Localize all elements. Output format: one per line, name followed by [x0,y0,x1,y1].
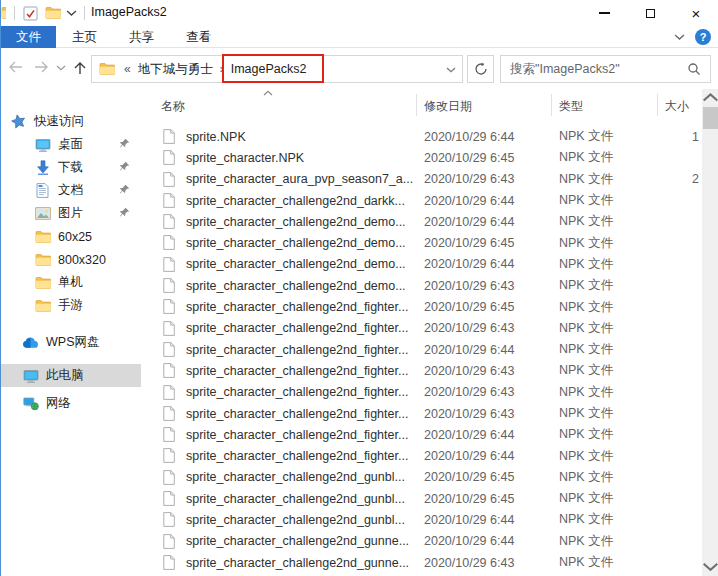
close-button[interactable]: × [673,0,718,26]
file-name[interactable]: sprite_character.NPK [186,151,304,165]
sidebar-item-桌面[interactable]: 桌面 [1,133,141,156]
file-row[interactable]: sprite_character_challenge2nd_fighter...… [141,445,702,466]
file-row[interactable]: sprite_character_challenge2nd_fighter...… [141,382,702,403]
file-name[interactable]: sprite_character_challenge2nd_fighter... [186,428,408,442]
column-header-date-modified[interactable]: 修改日期 [424,98,472,115]
sidebar-item-网络[interactable]: 网络 [1,392,141,415]
file-row[interactable]: sprite_character_challenge2nd_fighter...… [141,296,702,317]
file-name[interactable]: sprite_character_challenge2nd_demo... [186,257,406,271]
sidebar-item-label: 此电脑 [46,367,84,384]
sidebar-item-文档[interactable]: 文档 [1,179,141,202]
customize-qat-chevron-down-icon[interactable] [66,10,77,17]
file-row[interactable]: sprite_character_challenge2nd_fighter...… [141,403,702,424]
breadcrumb-root-chevron[interactable]: « [121,62,134,76]
properties-check-icon[interactable] [23,6,39,21]
expand-ribbon-chevron-down-icon[interactable] [674,34,685,41]
file-row[interactable]: sprite_character_challenge2nd_fighter...… [141,360,702,381]
forward-button[interactable] [33,60,50,74]
file-row[interactable]: sprite_character_challenge2nd_gunbl...20… [141,488,702,509]
minimize-button[interactable] [581,0,627,26]
column-header-name[interactable]: 名称 [161,98,185,115]
sidebar-item-800x320[interactable]: 800x320 [1,248,141,271]
file-name[interactable]: sprite_character_challenge2nd_fighter... [186,449,408,463]
sidebar-item-label: 60x25 [58,230,92,244]
sidebar-item-图片[interactable]: 图片 [1,202,141,225]
file-name[interactable]: sprite_character_challenge2nd_fighter... [186,321,408,335]
breadcrumb-current[interactable]: ImagePacks2 [227,62,311,76]
ribbon-tab-文件[interactable]: 文件 [1,26,56,48]
star-icon [10,114,27,130]
file-name[interactable]: sprite_character_challenge2nd_fighter... [186,300,408,314]
refresh-button[interactable] [467,55,494,83]
file-name[interactable]: sprite_character_challenge2nd_demo... [186,236,406,250]
npk-file-icon [163,235,175,250]
npk-file-icon [163,129,175,144]
file-row[interactable]: sprite_character_challenge2nd_gunne...20… [141,552,702,573]
file-row[interactable]: sprite_character_challenge2nd_demo...202… [141,232,702,253]
address-bar[interactable]: « 地下城与勇士 › ImagePacks2 [91,55,463,83]
sidebar-item-下载[interactable]: 下载 [1,156,141,179]
column-header-size[interactable]: 大小 [665,98,689,115]
sidebar-item-60x25[interactable]: 60x25 [1,225,141,248]
file-name[interactable]: sprite_character_challenge2nd_fighter... [186,385,408,399]
npk-file-icon [163,427,175,442]
ribbon-tab-主页[interactable]: 主页 [56,26,113,48]
sidebar-item-此电脑[interactable]: 此电脑 [1,364,141,387]
scrollbar-thumb[interactable] [703,107,718,129]
ribbon-tab-共享[interactable]: 共享 [113,26,170,48]
up-button[interactable] [73,60,87,76]
file-name[interactable]: sprite_character_challenge2nd_gunne... [186,556,409,570]
ribbon-tab-查看[interactable]: 查看 [170,26,227,48]
recent-locations-chevron-down-icon[interactable] [56,65,66,71]
file-name[interactable]: sprite_character_challenge2nd_gunbl... [186,513,405,527]
file-row[interactable]: sprite_character_aura_pvp_season7_a...20… [141,169,702,190]
search-icon[interactable] [687,62,701,76]
column-header-type[interactable]: 类型 [559,98,583,115]
vertical-scrollbar[interactable] [702,89,718,576]
column-divider[interactable] [551,94,552,116]
search-input[interactable] [501,62,687,76]
file-date-modified: 2020/10/29 6:43 [424,556,514,570]
file-row[interactable]: sprite_character_challenge2nd_demo...202… [141,211,702,232]
sidebar-item-WPS网盘[interactable]: WPS网盘 [1,331,141,354]
file-row[interactable]: sprite_character_challenge2nd_darkk...20… [141,190,702,211]
file-row[interactable]: sprite_character_challenge2nd_gunne...20… [141,531,702,552]
file-row[interactable]: sprite_character_challenge2nd_fighter...… [141,318,702,339]
file-row[interactable]: sprite_character_challenge2nd_fighter...… [141,339,702,360]
file-name[interactable]: sprite_character_challenge2nd_darkk... [186,194,405,208]
file-name[interactable]: sprite_character_challenge2nd_demo... [186,215,406,229]
divider [14,6,15,20]
file-row[interactable]: sprite.NPK2020/10/29 6:44NPK 文件1 [141,126,702,147]
file-name[interactable]: sprite_character_challenge2nd_gunbl... [186,492,405,506]
column-divider[interactable] [657,94,658,116]
address-dropdown-chevron-down-icon[interactable] [446,67,456,73]
file-name[interactable]: sprite_character_challenge2nd_fighter... [186,407,408,421]
file-name[interactable]: sprite_character_challenge2nd_gunbl... [186,470,405,484]
help-button[interactable]: ? [695,29,711,45]
new-folder-icon[interactable] [45,6,61,21]
sidebar-item-手游[interactable]: 手游 [1,294,141,317]
column-divider[interactable] [416,94,417,116]
sidebar-item-快速访问[interactable]: 快速访问 [1,110,141,133]
maximize-button[interactable] [627,0,673,26]
scroll-up-arrow-icon[interactable] [702,89,718,106]
file-row[interactable]: sprite_character_challenge2nd_gunbl...20… [141,467,702,488]
back-button[interactable] [7,60,24,74]
file-row[interactable]: sprite_character_challenge2nd_demo...202… [141,275,702,296]
file-name[interactable]: sprite.NPK [186,130,246,144]
file-name[interactable]: sprite_character_aura_pvp_season7_a... [186,172,413,186]
file-type: NPK 文件 [559,128,613,145]
file-row[interactable]: sprite_character_challenge2nd_fighter...… [141,424,702,445]
sidebar-item-单机[interactable]: 单机 [1,271,141,294]
file-name[interactable]: sprite_character_challenge2nd_fighter... [186,364,408,378]
breadcrumb-parent[interactable]: 地下城与勇士 [134,61,217,78]
pin-icon [119,161,131,173]
file-row[interactable]: sprite_character_challenge2nd_gunbl...20… [141,509,702,530]
file-row[interactable]: sprite_character_challenge2nd_demo...202… [141,254,702,275]
file-name[interactable]: sprite_character_challenge2nd_gunne... [186,534,409,548]
breadcrumb-separator[interactable]: › [217,62,227,76]
scroll-down-arrow-icon[interactable] [702,559,718,576]
file-name[interactable]: sprite_character_challenge2nd_demo... [186,279,406,293]
file-name[interactable]: sprite_character_challenge2nd_fighter... [186,343,408,357]
file-row[interactable]: sprite_character.NPK2020/10/29 6:45NPK 文… [141,147,702,168]
